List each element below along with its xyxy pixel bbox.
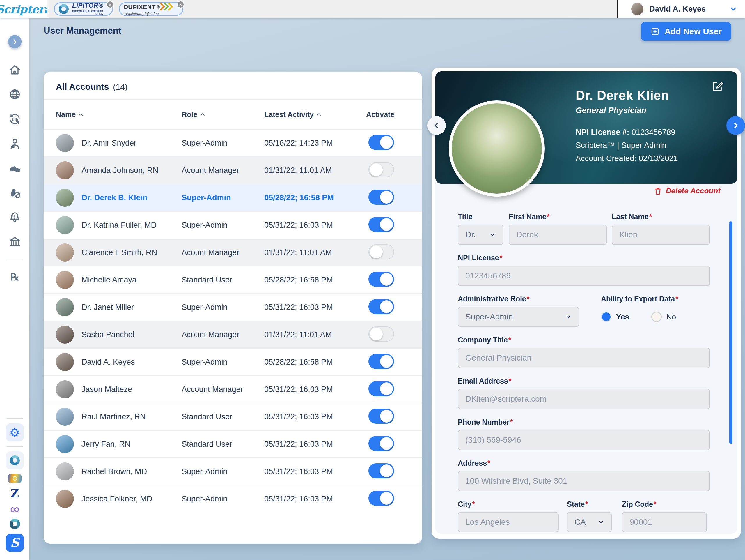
table-row[interactable]: Jessica Folkner, MDSuper-Admin05/31/22; … [44,485,422,512]
table-row[interactable]: Raul Martinez, RNStandard User05/31/22; … [44,403,422,430]
lipitor-logo-icon [59,4,69,14]
scriptera-app-tile[interactable]: S [6,534,24,552]
email-address-field[interactable]: DKlien@scriptera.com [458,389,710,409]
table-row[interactable]: Jerry Fan, RNStandard User05/31/22; 16:0… [44,430,422,458]
activate-toggle[interactable] [368,436,394,451]
activate-toggle[interactable] [368,135,394,150]
email-address-label: Email Address* [458,377,710,385]
table-row[interactable]: Jason MaltezeAccount Manager05/31/22; 16… [44,375,422,403]
last-name-field[interactable]: Klien [612,224,710,245]
z-brand-icon[interactable]: Z [10,488,19,499]
export-no-radio[interactable] [651,312,662,322]
table-row[interactable]: Sasha PanchelAcount Manager01/31/22; 11:… [44,321,422,348]
physician-icon[interactable] [8,137,21,150]
activate-toggle[interactable] [368,409,394,424]
user-role: Standard User [182,276,264,284]
npi-license-field[interactable]: 0123456789 [458,266,710,286]
title-select[interactable]: Dr. [458,224,504,245]
activate-toggle[interactable] [368,217,394,232]
activate-toggle[interactable] [368,190,394,205]
chevron-down-icon[interactable] [729,5,738,13]
user-role: Acount Manager [182,166,264,175]
lipitor-pill[interactable]: LIPITOR® atorvastatin calcium tablets × [54,2,113,16]
phone-number-label: Phone Number* [458,418,710,426]
table-row[interactable]: Dr. Janet MillerSuper-Admin05/31/22; 16:… [44,293,422,321]
table-row[interactable]: Rachel Brown, MDSuper-Admin05/31/22; 16:… [44,458,422,485]
add-new-user-button[interactable]: Add New User [641,22,731,41]
table-row[interactable]: David A. KeyesSuper-Admin05/28/22; 16:58… [44,348,422,375]
city-label: City* [458,500,559,508]
user-name: Dr. Derek B. Klein [82,193,148,203]
zip-code-field[interactable]: 90001 [622,512,707,532]
latest-activity: 05/28/22; 16:58 PM [264,276,366,284]
column-role[interactable]: Role [182,111,264,119]
state-select[interactable]: CA [567,512,612,532]
next-user-button[interactable] [726,116,745,135]
sort-up-icon [317,113,321,116]
close-icon[interactable]: × [106,1,114,8]
company-title-field[interactable]: General Physician [458,348,710,368]
user-name: Dr. Janet Miller [82,303,134,312]
table-row[interactable]: Dr. Amir SnyderSuper-Admin05/16/22; 14:2… [44,129,422,156]
column-name[interactable]: Name [56,111,182,119]
activate-toggle[interactable] [368,272,394,287]
sidebar-expand-button[interactable] [8,35,22,48]
latest-activity: 01/31/22; 11:01 AM [264,330,366,339]
export-yes-radio[interactable] [601,312,611,322]
infinity-brand-icon[interactable]: ∞ [10,504,19,514]
chevron-right-icon [12,38,18,45]
user-role: Super-Admin [182,303,264,312]
institution-icon[interactable] [8,235,21,248]
profile-subtitle: General Physician [576,106,678,115]
close-icon[interactable]: × [177,1,184,8]
all-accounts-card: All Accounts (14) Name Role Latest Activ… [44,72,422,544]
swirl-brand-icon[interactable] [10,519,20,529]
activate-toggle[interactable] [368,381,394,396]
lipitor-app-tile[interactable] [6,452,24,469]
activate-toggle[interactable] [368,299,394,314]
dupixent-pill[interactable]: DUPIXENT® (dupilumab) Injection × [119,2,183,16]
phone-number-field[interactable]: (310) 569-5946 [458,430,710,450]
profile-created-line: Account Created: 02/13/2021 [576,154,678,163]
administrative-role-select[interactable]: Super-Admin [458,307,579,327]
latest-activity: 05/31/22; 16:03 PM [264,221,366,230]
activate-toggle[interactable] [368,354,394,369]
user-menu[interactable]: David A. Keyes [618,0,745,18]
settings-tile[interactable]: ⚙ [6,424,24,441]
latest-activity: 05/31/22; 16:03 PM [264,440,366,449]
table-row[interactable]: Clarence L Smith, RNAcount Manager01/31/… [44,239,422,266]
first-name-field[interactable]: Derek [509,224,607,245]
address-field[interactable]: 100 Wilshire Blvd, Suite 301 [458,471,710,491]
activate-toggle[interactable] [368,463,394,478]
delete-account-button[interactable]: Delete Account [654,186,720,195]
avatar [56,134,74,152]
activate-toggle[interactable] [368,326,394,342]
latest-activity: 05/31/22; 16:03 PM [264,303,366,312]
address-label: Address* [458,459,710,467]
user-name: Dr. Katrina Fuller, MD [82,221,157,230]
previous-user-button[interactable] [427,116,446,135]
home-icon[interactable] [8,63,21,76]
activate-toggle[interactable] [368,491,394,506]
table-row[interactable]: Dr. Derek B. KleinSuper-Admin05/28/22; 1… [44,184,422,211]
user-role: Account Manager [182,385,264,394]
table-row[interactable]: Dr. Katrina Fuller, MDSuper-Admin05/31/2… [44,211,422,239]
user-role: Acount Manager [182,248,264,257]
brand-logo-icon[interactable] [8,474,22,483]
sidebar-divider [7,446,23,447]
24h-refresh-icon[interactable]: 24h [8,113,22,126]
activate-toggle[interactable] [368,162,394,177]
chevron-left-icon [433,122,440,129]
form-scrollbar[interactable] [729,221,733,444]
activate-toggle[interactable] [368,244,394,259]
table-row[interactable]: Michelle AmayaStandard User05/28/22; 16:… [44,266,422,293]
city-field[interactable]: Los Angeles [458,512,559,532]
edit-profile-button[interactable] [712,80,724,92]
alerts-bell-icon[interactable] [8,211,21,224]
table-row[interactable]: Amanda Johnson, RNAcount Manager01/31/22… [44,156,422,184]
pills-icon[interactable] [8,162,21,175]
globe-icon[interactable] [8,88,21,101]
column-latest-activity[interactable]: Latest Activity [264,111,366,119]
pill-restriction-icon[interactable] [8,186,21,199]
rx-icon[interactable]: ℞ [10,272,19,282]
